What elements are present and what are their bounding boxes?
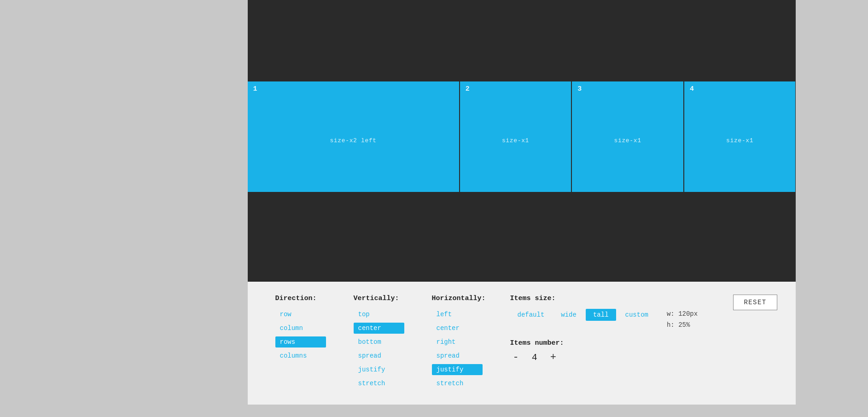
cell-number-2: 2 bbox=[466, 85, 566, 93]
cell-label-2: size-x1 bbox=[466, 137, 566, 144]
cell-label-1: size-x2 left bbox=[253, 137, 454, 144]
items-size-title: Items size: bbox=[510, 295, 698, 302]
horizontally-group: Horizontally: left center right spread j… bbox=[432, 295, 487, 392]
horizontally-option-stretch[interactable]: stretch bbox=[432, 378, 483, 389]
horizontally-option-justify[interactable]: justify bbox=[432, 364, 483, 375]
horizontally-option-right[interactable]: right bbox=[432, 336, 483, 348]
direction-option-rows[interactable]: rows bbox=[275, 336, 326, 348]
cell-label-3: size-x1 bbox=[577, 137, 678, 144]
items-count-value: 4 bbox=[530, 352, 539, 363]
vertically-option-spread[interactable]: spread bbox=[354, 350, 404, 361]
items-size-group: Items size: default wide tall custom w: … bbox=[510, 295, 698, 363]
demo-area: 1 size-x2 left 2 size-x1 3 size-x1 4 siz… bbox=[248, 52, 796, 222]
main-wrapper: 1 size-x2 left 2 size-x1 3 size-x1 4 siz… bbox=[248, 0, 796, 405]
top-dark-section bbox=[248, 0, 796, 52]
demo-cell-4: 4 size-x1 bbox=[684, 81, 796, 192]
direction-option-columns[interactable]: columns bbox=[275, 350, 326, 361]
horizontally-option-spread[interactable]: spread bbox=[432, 350, 483, 361]
direction-group: Direction: row column rows columns bbox=[275, 295, 331, 364]
horizontally-title: Horizontally: bbox=[432, 295, 487, 302]
size-btn-wide[interactable]: wide bbox=[553, 309, 584, 321]
direction-option-column[interactable]: column bbox=[275, 323, 326, 334]
vertically-option-justify[interactable]: justify bbox=[354, 364, 404, 375]
size-btn-default[interactable]: default bbox=[510, 309, 552, 321]
number-controls: - 4 + bbox=[510, 352, 698, 363]
size-options: default wide tall custom bbox=[510, 309, 656, 321]
demo-cell-2: 2 size-x1 bbox=[460, 81, 572, 192]
demo-row: 1 size-x2 left 2 size-x1 3 size-x1 4 siz… bbox=[248, 81, 796, 192]
demo-cell-3: 3 size-x1 bbox=[572, 81, 684, 192]
size-btn-custom[interactable]: custom bbox=[618, 309, 656, 321]
size-options-row: default wide tall custom w: 120px h: 25% bbox=[510, 309, 698, 331]
direction-option-row[interactable]: row bbox=[275, 309, 326, 320]
cell-number-1: 1 bbox=[253, 85, 454, 93]
size-btn-tall[interactable]: tall bbox=[586, 309, 616, 321]
cell-number-4: 4 bbox=[690, 85, 790, 93]
size-dimensions: w: 120px h: 25% bbox=[667, 309, 698, 331]
vertically-title: Vertically: bbox=[354, 295, 409, 302]
demo-cell-1: 1 size-x2 left bbox=[248, 81, 460, 192]
vertically-option-top[interactable]: top bbox=[354, 309, 404, 320]
vertically-option-stretch[interactable]: stretch bbox=[354, 378, 404, 389]
vertically-group: Vertically: top center bottom spread jus… bbox=[354, 295, 409, 392]
items-minus-button[interactable]: - bbox=[510, 352, 522, 363]
horizontally-option-center[interactable]: center bbox=[432, 323, 483, 334]
reset-button[interactable]: RESET bbox=[733, 295, 777, 310]
vertically-option-bottom[interactable]: bottom bbox=[354, 336, 404, 348]
bottom-dark-section bbox=[248, 222, 796, 282]
direction-title: Direction: bbox=[275, 295, 331, 302]
controls-panel: Direction: row column rows columns Verti… bbox=[248, 282, 796, 405]
vertically-option-center[interactable]: center bbox=[354, 323, 404, 334]
cell-label-4: size-x1 bbox=[690, 137, 790, 144]
height-value: h: 25% bbox=[667, 320, 698, 331]
items-number-title: Items number: bbox=[510, 339, 698, 347]
right-section: RESET bbox=[730, 295, 777, 310]
width-value: w: 120px bbox=[667, 309, 698, 320]
items-plus-button[interactable]: + bbox=[548, 352, 559, 363]
items-number-group: Items number: - 4 + bbox=[510, 339, 698, 363]
cell-number-3: 3 bbox=[577, 85, 678, 93]
horizontally-option-left[interactable]: left bbox=[432, 309, 483, 320]
